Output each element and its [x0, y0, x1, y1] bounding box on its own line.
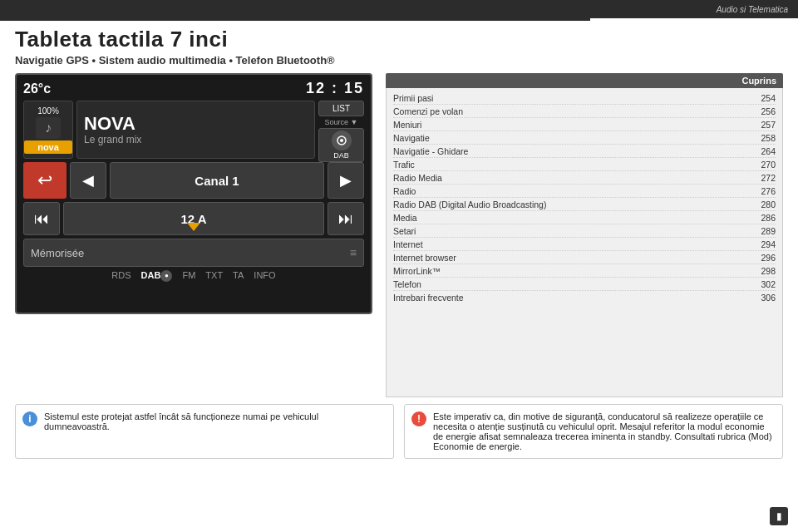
toc-row: Internet294	[393, 238, 776, 251]
right-column: Cuprins Primii pasi254Comenzi pe volan25…	[386, 73, 783, 397]
volume-percent: 100%	[37, 106, 59, 116]
toc-label: Internet browser	[393, 253, 751, 263]
toc-row: MirrorLink™298	[393, 264, 776, 278]
rds-label: RDS	[111, 270, 131, 282]
toc-label: Intrebari frecvente	[393, 293, 751, 303]
toc-page: 296	[751, 253, 776, 263]
left-column: 26°c 12 : 15 100% ♪ nova NOVA Le grand m…	[15, 73, 372, 397]
source-dab-button[interactable]: DAB	[318, 128, 364, 162]
dab-bottom-label: DAB●	[141, 270, 173, 282]
toc-label: Comenzi pe volan	[393, 106, 751, 116]
toc-page: 289	[751, 226, 776, 236]
toc-table: Primii pasi254Comenzi pe volan256Meniuri…	[386, 88, 783, 397]
ta-label: TA	[233, 270, 244, 282]
top-bar-title: Audio si Telematica	[717, 5, 788, 14]
device-screen: 26°c 12 : 15 100% ♪ nova NOVA Le grand m…	[15, 73, 372, 314]
toc-row: Navigatie258	[393, 131, 776, 145]
toc-label: Media	[393, 213, 751, 223]
skip-next-button[interactable]: ⏭	[328, 202, 364, 235]
content-columns: 26°c 12 : 15 100% ♪ nova NOVA Le grand m…	[15, 73, 783, 397]
toc-row: Navigatie - Ghidare264	[393, 145, 776, 158]
screen-temperature: 26°c	[23, 81, 51, 96]
toc-row: Trafic270	[393, 158, 776, 171]
toc-page: 298	[751, 266, 776, 276]
next-button[interactable]: ▶	[328, 162, 364, 199]
toc-row: Intrebari frecvente306	[393, 291, 776, 303]
skip-prev-button[interactable]: ⏮	[23, 202, 60, 235]
toc-page: 258	[751, 133, 776, 143]
screen-bottom-bar: RDS DAB● FM TXT TA INFO	[23, 270, 364, 282]
top-bar: Audio si Telematica	[0, 0, 798, 18]
page-title: Tableta tactila 7 inci	[15, 27, 783, 52]
dab-icon	[332, 131, 352, 150]
toc-label: Meniuri	[393, 120, 751, 130]
page-number: ▮	[770, 507, 788, 525]
toc-label: Primii pasi	[393, 93, 751, 103]
main-content: Tableta tactila 7 inci Navigatie GPS • S…	[0, 18, 798, 532]
radio-display: 100% ♪ nova NOVA Le grand mix LIST Sourc…	[23, 101, 364, 159]
toc-page: 286	[751, 213, 776, 223]
info-label: INFO	[254, 270, 275, 282]
volume-block: 100% ♪ nova	[23, 101, 73, 159]
list-source-block: LIST Source ▼ DAB	[318, 101, 364, 159]
txt-label: TXT	[205, 270, 223, 282]
station-info: NOVA Le grand mix	[76, 101, 315, 159]
toc-page: 264	[751, 146, 776, 156]
station-name: NOVA	[84, 114, 308, 134]
toc-page: 306	[751, 293, 776, 303]
toc-label: Radio DAB (Digital Audio Broadcasting)	[393, 200, 751, 209]
channel2-display: 12 A	[63, 202, 324, 235]
info-icon: i	[22, 411, 37, 426]
toc-label: Trafic	[393, 160, 751, 170]
toc-row: Radio276	[393, 185, 776, 198]
page-subtitle: Navigatie GPS • Sistem audio multimedia …	[15, 54, 783, 66]
toc-header: Cuprins	[386, 73, 783, 88]
nova-logo: nova	[24, 140, 72, 154]
channel-label: Canal 1	[195, 174, 239, 188]
memorise-label: Mémorisée	[31, 247, 84, 259]
station-sub: Le grand mix	[84, 134, 308, 145]
toc-label: Radio	[393, 186, 751, 196]
memorise-row: Mémorisée ≡	[23, 239, 364, 267]
toc-label: Radio Media	[393, 173, 751, 183]
warn-icon: !	[411, 411, 426, 426]
toc-row: Meniuri257	[393, 118, 776, 131]
toc-row: Comenzi pe volan256	[393, 105, 776, 118]
fm-label: FM	[182, 270, 195, 282]
screen-top: 26°c 12 : 15	[23, 80, 364, 97]
info-note: i Sistemul este protejat astfel încât să…	[15, 404, 394, 459]
toc-page: 276	[751, 186, 776, 196]
dab-label: DAB	[333, 151, 349, 160]
memorise-button[interactable]: Mémorisée ≡	[23, 239, 364, 267]
toc-row: Media286	[393, 211, 776, 224]
prev-button[interactable]: ◀	[70, 162, 106, 199]
channel-row-2: ⏮ 12 A ⏭	[23, 202, 364, 235]
svg-point-1	[340, 139, 343, 142]
nav-back-button[interactable]: ↩	[23, 162, 66, 199]
bottom-notes: i Sistemul este protejat astfel încât să…	[15, 404, 783, 459]
equalizer-icon: ≡	[350, 246, 357, 259]
toc-page: 272	[751, 173, 776, 183]
toc-label: Telefon	[393, 279, 751, 289]
list-button[interactable]: LIST	[318, 101, 364, 116]
toc-row: Primii pasi254	[393, 91, 776, 105]
toc-label: Navigatie - Ghidare	[393, 146, 751, 156]
toc-page: 254	[751, 93, 776, 103]
toc-row: Telefon302	[393, 278, 776, 291]
info-note-text: Sistemul este protejat astfel încât să f…	[44, 411, 318, 431]
channel-control-row: ↩ ◀ Canal 1 ▶	[23, 162, 364, 199]
toc-row: Radio DAB (Digital Audio Broadcasting)28…	[393, 198, 776, 211]
toc-page: 294	[751, 239, 776, 249]
music-icon: ♪	[36, 117, 61, 139]
source-label: Source ▼	[318, 118, 364, 126]
toc-label: Setari	[393, 226, 751, 236]
toc-page: 256	[751, 106, 776, 116]
toc-row: Internet browser296	[393, 251, 776, 264]
triangle-indicator	[187, 223, 200, 231]
toc-page: 280	[751, 200, 776, 209]
toc-page: 270	[751, 160, 776, 170]
toc-page: 257	[751, 120, 776, 130]
screen-time: 12 : 15	[306, 80, 364, 97]
toc-label: Navigatie	[393, 133, 751, 143]
toc-row: Radio Media272	[393, 171, 776, 185]
